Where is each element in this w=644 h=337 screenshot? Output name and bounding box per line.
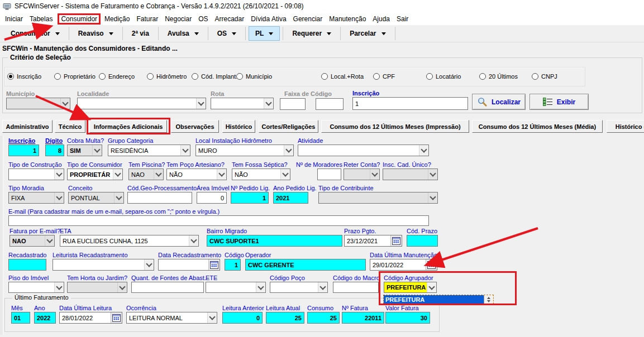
local-instalacao-select[interactable]: MURO (195, 145, 294, 156)
data-recadastramento-input[interactable] (158, 259, 220, 271)
piso-imovel-select[interactable] (8, 282, 64, 293)
ano-input[interactable]: 2022 (34, 312, 56, 324)
toolbar-os-button[interactable]: OS (211, 27, 242, 41)
tab-cortes-religacoes[interactable]: Cortes/Religações (259, 120, 318, 133)
tipo-contribuinte-select[interactable] (318, 192, 438, 204)
municipio-select[interactable] (6, 98, 70, 109)
tem-poco-select[interactable]: NÃO (166, 168, 227, 180)
leitura-anterior-input[interactable]: 0 (222, 312, 263, 324)
bairro-migrado-input[interactable]: CWC SUPORTE1 (207, 235, 342, 247)
localidade-select[interactable] (77, 98, 206, 109)
toolbar-avulsa-button[interactable]: Avulsa (161, 27, 205, 41)
fontes-abast-input[interactable] (131, 282, 204, 293)
consumo-input[interactable]: 25 (307, 312, 340, 324)
n-fatura-input[interactable]: 22011 (342, 312, 384, 324)
faixa-from-input[interactable] (280, 98, 306, 110)
email-input[interactable] (8, 215, 429, 226)
atividade-select[interactable] (298, 145, 429, 156)
tem-piscina-select[interactable]: NAO (128, 168, 164, 180)
tab-historico-de[interactable]: Histórico de (607, 120, 644, 133)
digito-input[interactable]: 8 (45, 145, 64, 156)
ano-pedido-input[interactable]: 2021 (273, 192, 308, 204)
reter-conta-select[interactable] (344, 168, 380, 180)
radio-municipio[interactable]: Município (236, 73, 272, 80)
cod-prazo-input[interactable] (407, 235, 438, 247)
ete-select[interactable] (206, 282, 266, 293)
geo-processamento-input[interactable] (127, 192, 192, 204)
cobra-multa-select[interactable]: SIM (67, 145, 102, 156)
codigo-macro-input[interactable] (333, 282, 379, 293)
menu-os[interactable]: OS (195, 14, 211, 24)
menu-tabelas[interactable]: Tabelas (27, 14, 55, 24)
n-moradores-input[interactable] (317, 168, 341, 180)
menu-ajuda[interactable]: Ajuda (370, 14, 393, 24)
radio-20-ultimos[interactable]: 20 Últimos (479, 73, 518, 80)
tipo-consumidor-select[interactable]: PROPRIETÁR (67, 168, 123, 180)
mes-input[interactable]: 01 (11, 312, 30, 324)
tem-fossa-select[interactable]: NÃO (232, 168, 290, 180)
operador-input[interactable]: CWC GERENTE (245, 259, 366, 271)
menu-gerenciar[interactable]: Gerenciar (290, 14, 326, 24)
rota-select[interactable] (211, 98, 274, 109)
valor-fatura-input[interactable]: 30 (385, 312, 430, 324)
menu-sair[interactable]: Sair (394, 14, 411, 24)
radio-local-rota[interactable]: Local.+Rota (321, 73, 364, 80)
prazo-pgto-input[interactable]: 23/12/2021 (344, 235, 402, 247)
area-imovel-input[interactable]: 0 (197, 192, 227, 204)
grupo-categoria-select[interactable]: RESIDÊNCIA (108, 145, 190, 156)
toolbar-consumidor-button[interactable]: Consumidor (4, 27, 66, 41)
faixa-to-input[interactable] (316, 98, 344, 110)
eta-select[interactable]: RUA EUCLIDES CUNHA, 1125 (60, 235, 199, 247)
ocorrencia-select[interactable]: LEITURA NORMAL (126, 312, 217, 324)
horta-jardim-select[interactable] (67, 282, 127, 293)
calendar-icon[interactable] (426, 259, 437, 270)
menu-iniciar[interactable]: Iniciar (2, 14, 26, 24)
tab-administrativo[interactable]: Administrativo (2, 120, 53, 133)
radio-inscricao[interactable]: Inscrição (7, 73, 41, 80)
localizar-button[interactable]: Localizar (472, 94, 526, 110)
inscricao-search-input[interactable]: 1 (352, 97, 468, 110)
toolbar-reaviso-button[interactable]: Reaviso (72, 27, 120, 41)
tab-tecnico[interactable]: Técnico (55, 120, 85, 133)
tipo-moradia-select[interactable]: FIXA (8, 192, 64, 204)
radio-cpf[interactable]: CPF (373, 73, 395, 80)
menu-negociar[interactable]: Negociar (162, 14, 194, 24)
menu-arrecadar[interactable]: Arrecadar (212, 14, 247, 24)
radio-hidrometro[interactable]: Hidrômetro (147, 73, 187, 80)
calendar-icon[interactable] (208, 259, 220, 270)
n-pedido-input[interactable]: 1 (231, 192, 269, 204)
conceito-select[interactable]: PONTUAL (68, 192, 124, 204)
radio-cnpj[interactable]: CNPJ (532, 73, 557, 80)
tab-observacoes[interactable]: Observações (171, 120, 219, 133)
insc-cad-unico-select[interactable] (383, 168, 438, 180)
toolbar-parcelar-button[interactable]: Parcelar (344, 27, 392, 41)
tipo-construcao-select[interactable] (8, 168, 64, 180)
data-ultima-manutencao-input[interactable]: 29/01/2022 (370, 259, 437, 271)
calendar-icon[interactable] (111, 312, 122, 323)
toolbar-segunda-via-button[interactable]: 2ª via (126, 27, 155, 41)
exibir-button[interactable]: Exibir (529, 94, 589, 110)
codigo-agrupador-select[interactable]: PREFEITURA (384, 282, 437, 293)
dropdown-list-item-prefeitura[interactable]: PREFEITURA (384, 295, 484, 304)
menu-faturar[interactable]: Faturar (133, 14, 161, 24)
codigo-poco-select[interactable] (270, 282, 328, 293)
radio-cod-implant[interactable]: Cód. Implant. (192, 73, 237, 80)
tab-consumo-media[interactable]: Consumo dos 12 Últimos Meses (Média) (472, 120, 603, 133)
leitura-atual-input[interactable]: 25 (266, 312, 304, 324)
menu-consumidor[interactable]: Consumidor (58, 13, 101, 25)
toolbar-requerer-button[interactable]: Requerer (286, 27, 337, 41)
toolbar-pl-button[interactable]: PL (249, 26, 280, 41)
calendar-icon[interactable] (390, 235, 402, 246)
menu-divida-ativa[interactable]: Dívida Ativa (248, 14, 289, 24)
data-ultima-leitura-input[interactable]: 28/01/2022 (59, 312, 122, 324)
recadastrado-input[interactable] (8, 259, 46, 271)
inscricao-input[interactable]: 1 (8, 145, 39, 156)
radio-locatario[interactable]: Locatário (426, 73, 461, 80)
fatura-email-select[interactable]: NAO (9, 235, 55, 247)
menu-manutencao[interactable]: Manutenção (326, 14, 369, 24)
menu-medicao[interactable]: Medição (102, 14, 132, 24)
tab-informacoes-adicionais[interactable]: Informações Adicionais (89, 120, 167, 133)
codigo-input[interactable]: 1 (225, 259, 241, 271)
leiturista-select[interactable] (53, 259, 154, 271)
radio-endereco[interactable]: Endereço (99, 73, 135, 80)
